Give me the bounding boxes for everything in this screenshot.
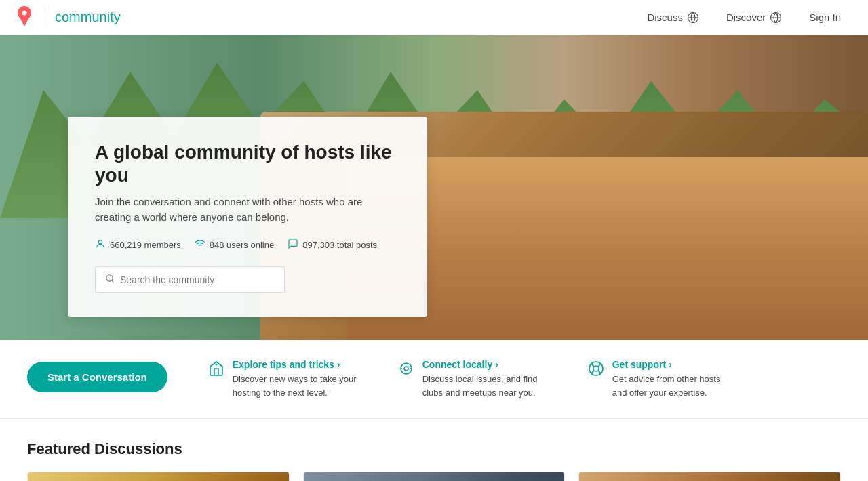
feature-tips-desc: Discover new ways to take your hosting t… [233,373,357,399]
feature-local-text: Connect locally › Discuss local issues, … [422,359,547,399]
featured-section: Featured Discussions [0,419,868,481]
online-count: 848 users online [210,240,274,250]
logo-area: community [14,5,121,30]
hero-title: A global community of hosts like you [95,141,400,186]
discussion-card-3-image [579,472,840,481]
nav-discuss-button[interactable]: Discuss [633,0,713,35]
feature-tips-title[interactable]: Explore tips and tricks › [233,359,357,370]
discussion-card-1-image [28,472,289,481]
header-divider [45,8,45,27]
start-conversation-button[interactable]: Start a Conversation [27,362,167,392]
discussion-card-2-image [304,472,565,481]
members-stat: 660,219 members [95,238,181,251]
feature-support-title[interactable]: Get support › [612,359,737,370]
members-icon [95,238,106,251]
svg-point-6 [404,367,408,371]
discuss-globe-icon [687,12,699,24]
svg-point-3 [106,275,113,281]
community-label: community [55,9,121,25]
airbnb-logo[interactable] [14,5,35,30]
nav-area: Discuss Discover Sign In [633,0,854,35]
wifi-icon [195,238,205,251]
hero-section: A global community of hosts like you Joi… [0,35,868,340]
members-count: 660,219 members [110,240,181,250]
search-input[interactable] [120,274,275,285]
chat-icon [288,238,298,251]
search-icon [105,274,115,285]
feature-support-text: Get support › Get advice from other host… [612,359,737,399]
discussion-card-3[interactable] [578,472,841,481]
feature-support-desc: Get advice from other hosts and offer yo… [612,373,737,399]
feature-local: Connect locally › Discuss local issues, … [398,359,547,399]
search-box[interactable] [95,266,285,293]
discuss-label: Discuss [647,12,683,23]
nav-discover-button[interactable]: Discover [713,0,795,35]
svg-point-2 [98,240,102,244]
feature-local-title[interactable]: Connect locally › [422,359,547,370]
hero-subtitle: Join the conversation and connect with o… [95,194,387,225]
feature-tips: Explore tips and tricks › Discover new w… [208,359,357,399]
hero-card: A global community of hosts like you Joi… [68,117,427,317]
svg-point-4 [215,364,217,366]
hero-stats: 660,219 members 848 users online 897,303… [95,238,400,251]
featured-title: Featured Discussions [27,440,841,458]
sign-in-button[interactable]: Sign In [795,0,854,35]
posts-count: 897,303 total posts [302,240,377,250]
svg-point-5 [401,363,412,374]
discussion-grid [27,472,841,481]
feature-list: Explore tips and tricks › Discover new w… [208,359,841,399]
support-icon [588,360,604,399]
discussion-card-2[interactable] [303,472,566,481]
house-icon [208,360,224,399]
online-stat: 848 users online [195,238,274,251]
header: community Discuss Discover Sign In [0,0,868,35]
feature-support: Get support › Get advice from other host… [588,359,737,399]
svg-point-8 [593,366,599,371]
posts-stat: 897,303 total posts [288,238,377,251]
feature-local-desc: Discuss local issues, and find clubs and… [422,373,547,399]
features-section: Start a Conversation Explore tips and tr… [0,340,868,419]
discover-globe-icon [770,12,782,24]
discover-label: Discover [726,12,766,23]
location-icon [398,360,414,399]
feature-tips-text: Explore tips and tricks › Discover new w… [233,359,357,399]
discussion-card-1[interactable] [27,472,290,481]
